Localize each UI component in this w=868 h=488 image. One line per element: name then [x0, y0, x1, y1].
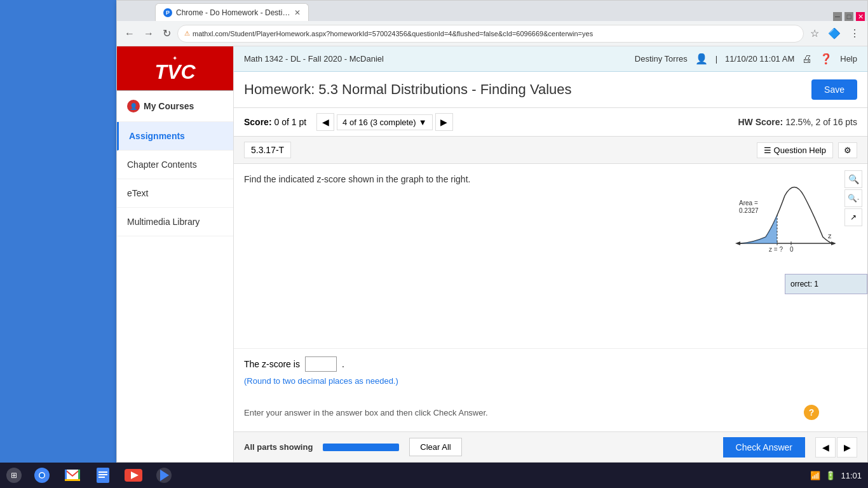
- progress-dropdown[interactable]: 4 of 16 (3 complete) ▼: [337, 114, 433, 130]
- svg-text:0: 0: [790, 246, 794, 253]
- answer-prefix-text: The z-score is: [244, 359, 300, 369]
- svg-text:z = ?: z = ?: [769, 246, 783, 253]
- wifi-icon: 📶: [810, 471, 820, 480]
- taskbar-youtube-icon[interactable]: [123, 465, 144, 485]
- answer-hint: (Round to two decimal places as needed.): [244, 376, 857, 386]
- bottom-next-button[interactable]: ▶: [837, 437, 857, 458]
- taskbar-play-store-icon[interactable]: [154, 465, 174, 485]
- sidebar-item-multimedia-library[interactable]: Multimedia Library: [117, 208, 233, 236]
- normal-distribution-graph: Area = 0.2327 z z = ?: [734, 177, 836, 259]
- svg-rect-17: [65, 479, 80, 481]
- correct-count-panel: orrect: 1: [785, 274, 867, 294]
- bookmark-button[interactable]: ☆: [808, 25, 822, 42]
- taskbar-launcher[interactable]: ⊞: [6, 468, 22, 483]
- user-icon: 👤: [695, 53, 708, 65]
- sidebar: ✦ TVC 👤 My Courses Assignments Chapter C…: [117, 46, 234, 462]
- header-right: Destiny Torres 👤 | 11/10/20 11:01 AM 🖨 ❓…: [635, 53, 857, 65]
- question-header: 5.3.17-T ☰ Question Help ⚙: [234, 137, 867, 164]
- zoom-in-button[interactable]: 🔍: [844, 170, 862, 188]
- score-left: Score: 0 of 1 pt ◀ 4 of 16 (3 complete) …: [244, 113, 453, 131]
- svg-rect-20: [98, 474, 107, 475]
- battery-icon: 🔋: [825, 471, 836, 480]
- svg-marker-3: [735, 241, 740, 245]
- logo-text: TVC: [155, 62, 196, 82]
- progress-text: 4 of 16 (3 complete): [342, 118, 416, 127]
- sidebar-item-assignments[interactable]: Assignments: [117, 122, 233, 151]
- multimedia-library-label: Multimedia Library: [127, 217, 200, 227]
- dropdown-arrow-icon: ▼: [419, 118, 427, 127]
- prev-question-button[interactable]: ◀: [316, 113, 334, 131]
- save-button[interactable]: Save: [811, 79, 857, 100]
- homework-title-row: Homework: 5.3 Normal Distributions - Fin…: [234, 72, 867, 108]
- question-help-button[interactable]: ☰ Question Help: [757, 142, 833, 158]
- question-navigation: ◀ 4 of 16 (3 complete) ▼ ▶: [316, 113, 453, 131]
- gear-icon: ⚙: [844, 146, 851, 155]
- course-header: Math 1342 - DL - Fall 2020 - McDaniel De…: [234, 46, 867, 72]
- close-button[interactable]: ✕: [856, 12, 865, 21]
- homework-title: Homework: 5.3 Normal Distributions - Fin…: [244, 81, 572, 98]
- extension-icon[interactable]: 🔷: [825, 25, 843, 42]
- reload-button[interactable]: ↻: [160, 25, 173, 42]
- homework-area: Math 1342 - DL - Fall 2020 - McDaniel De…: [234, 46, 867, 462]
- svg-rect-19: [98, 471, 107, 473]
- bottom-prev-button[interactable]: ◀: [815, 437, 836, 458]
- instruction-text: Enter your answer in the answer box and …: [244, 408, 488, 417]
- answer-hint-text: (Round to two decimal places as needed.): [244, 376, 398, 386]
- question-content: Find the indicated z-score shown in the …: [234, 164, 867, 431]
- zoom-controls: 🔍 🔍- ↗: [844, 170, 862, 226]
- sidebar-item-my-courses[interactable]: 👤 My Courses: [117, 91, 233, 122]
- maximize-button[interactable]: □: [844, 12, 853, 21]
- answer-input-row: The z-score is .: [244, 356, 857, 372]
- next-question-button[interactable]: ▶: [435, 113, 453, 131]
- print-button[interactable]: 🖨: [802, 53, 812, 65]
- content-area: ✦ TVC 👤 My Courses Assignments Chapter C…: [117, 46, 867, 462]
- score-label-text: Score:: [244, 117, 272, 127]
- assignments-label: Assignments: [129, 131, 185, 141]
- score-label: Score: 0 of 1 pt: [244, 117, 306, 127]
- chapter-contents-label: Chapter Contents: [127, 159, 197, 170]
- minimize-button[interactable]: ─: [833, 12, 842, 21]
- address-bar-row: ← → ↻ ⚠ mathxl.com/Student/PlayerHomewor…: [117, 21, 867, 46]
- tab-close-icon[interactable]: ✕: [294, 8, 301, 17]
- external-link-button[interactable]: ↗: [844, 208, 862, 226]
- clear-all-button[interactable]: Clear All: [409, 438, 461, 456]
- sidebar-item-chapter-contents[interactable]: Chapter Contents: [117, 151, 233, 179]
- my-courses-label: My Courses: [144, 101, 194, 111]
- tab-label: Chrome - Do Homework - Destiny Torres: [176, 8, 290, 17]
- menu-button[interactable]: ⋮: [847, 25, 862, 42]
- svg-text:z: z: [828, 232, 832, 240]
- settings-button[interactable]: ⚙: [838, 142, 857, 158]
- forward-button[interactable]: →: [141, 25, 156, 42]
- progress-bar: [323, 444, 399, 451]
- zoom-out-button[interactable]: 🔍-: [844, 189, 862, 207]
- answer-input[interactable]: [305, 356, 337, 372]
- taskbar-left: ⊞: [6, 465, 174, 485]
- tab-favicon: P: [163, 8, 172, 17]
- answer-section: The z-score is . (Round to two decimal p…: [234, 348, 867, 393]
- lock-icon: ⚠: [184, 30, 190, 37]
- browser-window: P Chrome - Do Homework - Destiny Torres …: [116, 0, 868, 463]
- address-bar[interactable]: ⚠ mathxl.com/Student/PlayerHomework.aspx…: [177, 25, 804, 43]
- active-tab[interactable]: P Chrome - Do Homework - Destiny Torres …: [155, 3, 309, 21]
- course-name: Math 1342 - DL - Fall 2020 - McDaniel: [244, 54, 384, 64]
- taskbar-chrome-icon[interactable]: [32, 465, 52, 485]
- taskbar-docs-icon[interactable]: [93, 465, 113, 485]
- tab-bar: P Chrome - Do Homework - Destiny Torres …: [117, 1, 867, 21]
- hw-score-right: HW Score: 12.5%, 2 of 16 pts: [738, 117, 857, 127]
- user-name: Destiny Torres: [635, 54, 688, 64]
- score-value: 0 of 1 pt: [274, 117, 306, 127]
- help-circle-button[interactable]: ?: [804, 405, 819, 420]
- question-tools: ☰ Question Help ⚙: [757, 142, 857, 158]
- back-button[interactable]: ←: [122, 25, 137, 42]
- graph-container: 🔍 🔍- ↗ Area = 0.2327: [734, 170, 836, 261]
- instruction-section: Enter your answer in the answer box and …: [234, 400, 829, 425]
- help-label: Help: [840, 54, 857, 64]
- sidebar-item-etext[interactable]: eText: [117, 179, 233, 208]
- check-answer-button[interactable]: Check Answer: [723, 437, 805, 458]
- question-id: 5.3.17-T: [244, 142, 291, 158]
- taskbar-gmail-icon[interactable]: [62, 465, 83, 485]
- sidebar-navigation: 👤 My Courses Assignments Chapter Content…: [117, 91, 233, 236]
- help-button[interactable]: ❓: [820, 53, 832, 65]
- svg-rect-21: [98, 477, 105, 478]
- bottom-nav-arrows: ◀ ▶: [815, 437, 857, 458]
